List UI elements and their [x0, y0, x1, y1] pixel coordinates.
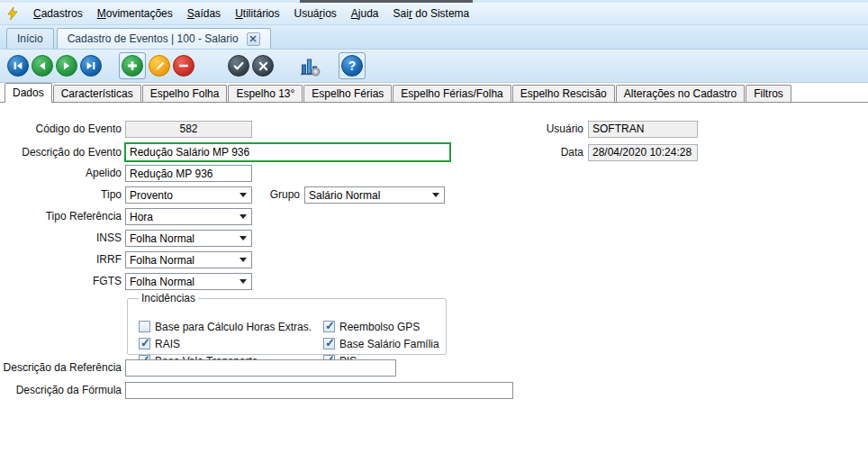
cross-icon — [258, 60, 269, 72]
inss-select[interactable]: Folha Normal — [125, 230, 252, 247]
checkbox-icon — [323, 321, 335, 332]
nav-next-button[interactable] — [56, 55, 77, 77]
descricao-evento-input[interactable] — [124, 142, 451, 162]
checkbox-icon — [139, 338, 150, 350]
app-window: Cadastros Movimentações Saídas Utilitári… — [0, 0, 868, 463]
data-label: Data — [486, 144, 583, 161]
descricao-referencia-label: Descrição da Referência — [0, 359, 122, 377]
lightning-icon — [5, 6, 20, 21]
tipo-referencia-value: Hora — [130, 211, 153, 223]
tab-espelho-folha[interactable]: Espelho Folha — [142, 85, 228, 102]
menu-utilitarios[interactable]: Utilitários — [228, 5, 286, 23]
tab-espelho-rescisao[interactable]: Espelho Rescisão — [512, 85, 615, 102]
irrf-value: Folha Normal — [130, 254, 194, 267]
descricao-evento-label: Descrição do Evento — [0, 144, 122, 161]
menu-bar: Cadastros Movimentações Saídas Utilitári… — [0, 3, 868, 25]
nav-first-button[interactable] — [7, 55, 29, 77]
inss-label: INSS — [0, 230, 122, 247]
chevron-down-icon — [240, 258, 247, 262]
grupo-value: Salário Normal — [309, 189, 380, 202]
chevron-down-icon — [240, 279, 247, 284]
irrf-select[interactable]: Folha Normal — [125, 251, 252, 268]
grupo-label: Grupo — [180, 186, 300, 204]
menu-saidas[interactable]: Saídas — [180, 5, 228, 23]
fgts-select[interactable]: Folha Normal — [125, 273, 252, 290]
help-button-frame: ? — [339, 52, 366, 79]
add-button[interactable] — [122, 55, 143, 77]
edit-button[interactable] — [149, 55, 170, 77]
pencil-icon — [154, 60, 166, 72]
checkbox-label: Reembolso GPS — [339, 321, 420, 333]
tab-cadastro-label: Cadastro de Eventos | 100 - Salario — [68, 32, 239, 45]
fgts-label: FGTS — [0, 273, 122, 290]
checkbox-icon — [139, 321, 150, 332]
previous-record-icon — [36, 59, 49, 72]
menu-ajuda[interactable]: Ajuda — [344, 5, 386, 23]
tab-inicio-label: Início — [17, 32, 43, 45]
menu-movimentacoes[interactable]: Movimentações — [90, 5, 180, 23]
document-tab-bar: Início Cadastro de Eventos | 100 - Salar… — [0, 25, 868, 50]
codigo-field: 582 — [125, 121, 252, 138]
data-field: 28/04/2020 10:24:28 — [588, 144, 698, 161]
tab-dados[interactable]: Dados — [5, 83, 52, 103]
checkbox-label: RAIS — [155, 338, 180, 350]
chart-button[interactable] — [298, 54, 321, 77]
nav-previous-button[interactable] — [32, 55, 53, 77]
checkbox-rais[interactable]: RAIS — [139, 337, 312, 350]
delete-button[interactable] — [173, 55, 194, 77]
checkbox-label: Base Salário Família — [339, 338, 439, 350]
add-button-frame — [119, 52, 146, 79]
tab-espelho-ferias-folha[interactable]: Espelho Férias/Folha — [393, 85, 511, 102]
apelido-input[interactable] — [125, 165, 252, 182]
form-panel: Código do Evento 582 Usuário SOFTRAN Des… — [0, 104, 868, 463]
grupo-select[interactable]: Salário Normal — [304, 186, 445, 204]
tab-caracteristicas[interactable]: Características — [53, 85, 141, 102]
tipo-referencia-select[interactable]: Hora — [125, 208, 252, 225]
menu-sair-do-sistema[interactable]: Sair do Sistema — [386, 5, 477, 23]
checkbox-base-horas-extras[interactable]: Base para Cálculo Horas Extras. — [139, 320, 312, 333]
last-record-icon — [85, 59, 97, 72]
checkbox-base-salario-familia[interactable]: Base Salário Família — [323, 337, 439, 350]
descricao-formula-label: Descrição da Fórmula — [0, 382, 122, 399]
plus-icon — [126, 59, 139, 72]
apelido-label: Apelido — [0, 165, 122, 182]
checkbox-reembolso-gps[interactable]: Reembolso GPS — [323, 320, 439, 333]
toolbar: ? — [0, 50, 868, 83]
tab-espelho-13[interactable]: Espelho 13° — [228, 85, 303, 102]
tab-espelho-ferias[interactable]: Espelho Férias — [303, 85, 392, 102]
minus-icon — [177, 59, 190, 72]
tipo-value: Provento — [130, 189, 173, 202]
nav-last-button[interactable] — [80, 55, 102, 77]
inss-value: Folha Normal — [130, 232, 194, 245]
checkbox-icon — [323, 338, 335, 350]
close-icon[interactable] — [247, 32, 260, 46]
first-record-icon — [12, 59, 24, 72]
question-mark-icon: ? — [348, 59, 357, 72]
incidencias-groupbox: Incidências Base para Cálculo Horas Extr… — [127, 292, 447, 355]
irrf-label: IRRF — [0, 251, 122, 268]
descricao-referencia-input[interactable] — [125, 359, 396, 377]
chevron-down-icon — [432, 193, 439, 197]
checkbox-label: Base para Cálculo Horas Extras. — [155, 321, 312, 333]
usuario-label: Usuário — [486, 121, 583, 138]
tab-filtros[interactable]: Filtros — [746, 85, 791, 102]
app-icon — [5, 5, 22, 22]
tab-cadastro-de-eventos[interactable]: Cadastro de Eventos | 100 - Salario — [57, 28, 271, 49]
help-button[interactable]: ? — [341, 55, 363, 77]
confirm-button[interactable] — [228, 55, 249, 77]
tipo-referencia-label: Tipo Referência — [0, 208, 122, 225]
next-record-icon — [60, 59, 73, 72]
tab-alteracoes-no-cadastro[interactable]: Alterações no Cadastro — [616, 85, 745, 102]
chevron-down-icon — [240, 214, 247, 219]
incidencias-legend: Incidências — [139, 292, 198, 304]
cancel-button[interactable] — [252, 55, 274, 77]
tipo-label: Tipo — [0, 186, 122, 204]
codigo-label: Código do Evento — [0, 121, 122, 138]
menu-usuarios[interactable]: Usuários — [286, 5, 343, 23]
menu-cadastros[interactable]: Cadastros — [26, 5, 90, 23]
fgts-value: Folha Normal — [130, 276, 194, 288]
bar-chart-gear-icon — [299, 55, 321, 77]
check-icon — [232, 59, 245, 72]
descricao-formula-input[interactable] — [125, 382, 513, 399]
tab-inicio[interactable]: Início — [6, 28, 54, 49]
